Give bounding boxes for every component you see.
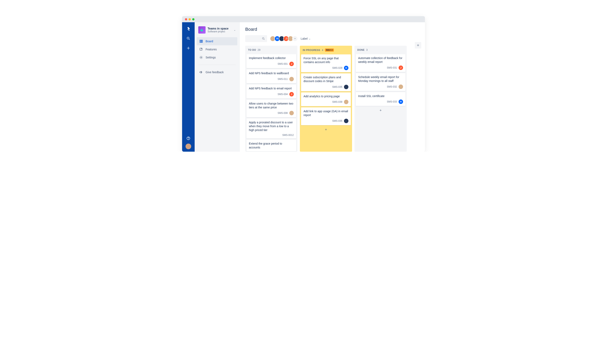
card-footer: SMS-004J: [249, 92, 294, 96]
chevron-down-icon: ⌄: [234, 28, 236, 31]
column-title: In progress: [303, 49, 320, 52]
column-count: 3: [366, 49, 368, 51]
global-search-icon[interactable]: [186, 36, 191, 41]
card-title: Install SSL certificate: [358, 94, 403, 98]
project-icon: [198, 26, 206, 34]
board-search-input[interactable]: [245, 35, 267, 42]
issue-key: SMS-001: [277, 63, 288, 65]
add-card-button[interactable]: +: [301, 126, 351, 133]
sidebar-item-label: Settings: [206, 56, 216, 59]
issue-card[interactable]: Install SSL certificateSMS-033H: [356, 92, 406, 106]
card-title: Add analytics to pricing page: [304, 94, 348, 98]
issue-card[interactable]: Add NPS feedback to wallboardSMS-011: [246, 69, 296, 83]
project-switcher[interactable]: Teams in space Software project ⌄: [197, 26, 237, 37]
svg-line-1: [189, 39, 190, 40]
issue-card[interactable]: Implement feedback collectorSMS-001J: [246, 54, 296, 68]
card-title: Create subscription plans and discount c…: [304, 76, 348, 83]
search-icon: [262, 37, 265, 40]
card-title: Allow users to change between two tiers …: [249, 102, 294, 109]
profile-avatar[interactable]: [185, 143, 191, 149]
column-count: 29: [258, 49, 260, 51]
assignee-avatar: [399, 85, 403, 89]
card-footer: SMS-035: [304, 119, 348, 123]
issue-card[interactable]: Add link to app usage (GA) in email repo…: [301, 107, 351, 125]
card-footer: SMS-035: [304, 85, 348, 89]
megaphone-icon: [199, 70, 203, 74]
sidebar-item-features[interactable]: Features: [197, 45, 237, 53]
assignee-avatar: [289, 111, 294, 115]
issue-key: SMS-029: [332, 66, 342, 69]
card-title: Automate collection of feedback for week…: [358, 56, 403, 64]
card-title: Schedule weekly email report for Monday …: [358, 75, 403, 83]
jira-logo-icon[interactable]: [186, 26, 191, 31]
column-header: In progress4MAX 3: [301, 48, 351, 53]
card-footer: SMS-031J: [358, 65, 403, 70]
issue-card[interactable]: Schedule weekly email report for Monday …: [356, 73, 406, 91]
card-footer: SMS-033H: [358, 100, 403, 104]
wip-limit-badge: MAX 3: [325, 49, 334, 52]
label-filter[interactable]: Label ⌄: [301, 37, 311, 40]
assignee-avatar: [344, 119, 348, 123]
card-title: Implement feedback collector: [249, 56, 294, 60]
board-column: In progress4MAX 3Force SSL on any page t…: [300, 46, 352, 152]
card-footer: SMS-029H: [304, 66, 348, 70]
issue-card[interactable]: Force SSL on any page that contains acco…: [301, 54, 351, 72]
issue-key: SMS-0012: [282, 134, 294, 136]
sidebar-item-label: Give feedback: [206, 71, 224, 74]
issue-key: SMS-035: [332, 119, 342, 122]
add-people-button[interactable]: +: [292, 36, 298, 41]
issue-card[interactable]: Allow users to change between two tiers …: [246, 100, 296, 117]
window-close-icon[interactable]: [185, 18, 187, 20]
help-icon[interactable]: [186, 136, 191, 141]
sidebar-divider: [198, 65, 236, 65]
issue-key: SMS-035: [332, 86, 342, 88]
issue-key: SMS-032: [387, 85, 397, 88]
window-maximize-icon[interactable]: [192, 18, 195, 20]
issue-key: SMS-008: [277, 112, 288, 115]
assignee-avatar: J: [399, 65, 403, 70]
kanban-board: To do29Implement feedback collectorSMS-0…: [245, 46, 419, 152]
card-footer: SMS-008: [249, 111, 294, 115]
board-column: To do29Implement feedback collectorSMS-0…: [245, 46, 297, 152]
add-column-button[interactable]: +: [415, 42, 421, 49]
issue-key: SMS-039: [332, 101, 342, 103]
card-footer: SMS-011: [249, 77, 294, 81]
assignee-avatar: H: [399, 100, 403, 104]
assignee-avatar: J: [289, 62, 294, 66]
sidebar-item-feedback[interactable]: Give feedback: [197, 68, 237, 76]
issue-card[interactable]: Create subscription plans and discount c…: [301, 73, 351, 91]
issue-card[interactable]: Add analytics to pricing pageSMS-039: [301, 92, 351, 106]
chevron-down-icon: ⌄: [309, 38, 311, 40]
svg-point-10: [201, 57, 202, 58]
issue-key: SMS-011: [277, 78, 288, 80]
card-footer: SMS-001J: [249, 62, 294, 66]
sidebar-item-board[interactable]: Board: [197, 37, 237, 45]
issue-key: SMS-033: [387, 100, 397, 103]
sidebar-item-settings[interactable]: Settings: [197, 53, 237, 62]
assignee-avatar: [344, 100, 348, 104]
issue-card[interactable]: Extend the grace period to accounts: [246, 140, 296, 152]
project-sidebar: Teams in space Software project ⌄ Board …: [195, 22, 239, 152]
sidebar-item-label: Features: [206, 48, 217, 51]
svg-rect-9: [200, 48, 202, 50]
assignee-avatar: [289, 77, 294, 81]
issue-card[interactable]: Automate collection of feedback for week…: [356, 54, 406, 72]
window-minimize-icon[interactable]: [189, 18, 191, 20]
board-icon: [199, 39, 203, 43]
issue-card[interactable]: Apply a prorated discount to a user when…: [246, 118, 296, 139]
project-subtitle: Software project: [208, 30, 228, 33]
issue-key: SMS-031: [387, 66, 397, 69]
features-icon: [199, 47, 203, 51]
card-title: Add link to app usage (GA) in email repo…: [304, 109, 348, 117]
add-card-button[interactable]: +: [356, 107, 406, 114]
global-create-icon[interactable]: [186, 46, 191, 51]
assignee-avatar: [344, 85, 348, 89]
card-title: Add NPS feedback to wallboard: [249, 71, 294, 75]
column-count: 4: [322, 49, 323, 52]
board-main: Board HJ+ Label ⌄ + To do29Implement fee…: [239, 22, 425, 152]
app-window: Teams in space Software project ⌄ Board …: [182, 16, 425, 152]
issue-card[interactable]: Add NPS feedback to email reportSMS-004J: [246, 85, 296, 99]
project-name: Teams in space: [208, 27, 228, 30]
card-title: Force SSL on any page that contains acco…: [304, 56, 348, 64]
assignee-filter-stack[interactable]: HJ+: [270, 36, 298, 41]
